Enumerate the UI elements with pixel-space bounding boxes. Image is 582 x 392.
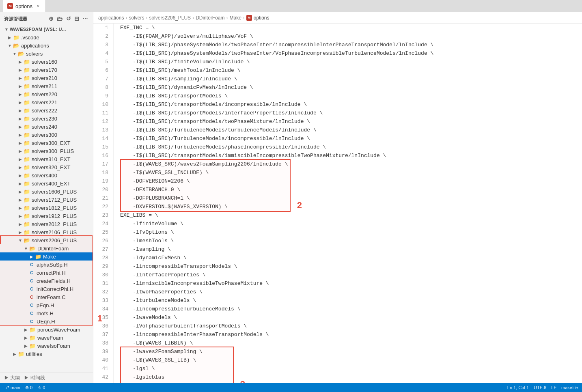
code-line-41: -L$(WAVES_GSL_LIB) \ bbox=[120, 356, 576, 364]
tab-close-button[interactable]: × bbox=[35, 3, 41, 9]
sidebar-item-rhofs[interactable]: C rhofs.H bbox=[0, 309, 93, 317]
line-number-19: 19 bbox=[100, 177, 108, 185]
sidebar-item-vscode[interactable]: ▶ 📁 .vscode bbox=[0, 33, 93, 41]
line-number-1: 1 bbox=[100, 24, 108, 32]
code-line-10: -I$(LIB_SRC)/transportModels/incompressi… bbox=[120, 100, 576, 109]
sidebar-item-solvers220[interactable]: ▶📁solvers220 bbox=[0, 90, 93, 98]
outline-button[interactable]: ▶ 大纲 bbox=[4, 375, 20, 381]
code-line-25: -lfiniteVolume \ bbox=[120, 220, 576, 228]
code-line-14: -I$(LIB_SRC)/TurbulenceModels/incompress… bbox=[120, 134, 576, 143]
sidebar-item-pEqn[interactable]: C pEqn.H bbox=[0, 301, 93, 309]
sidebar-item-interFoam[interactable]: C interFoam.C bbox=[0, 293, 93, 301]
code-line-15: -I$(LIB_SRC)/TurbulenceModels/phaseIncom… bbox=[120, 143, 576, 151]
code-line-21: -DOFPLUSBRANCH=1 \ bbox=[120, 194, 576, 202]
sidebar-header-icons: ⊕ 🗁 ↺ ⊟ ··· bbox=[48, 15, 89, 23]
code-line-20: -DEXTBRANCH=0 \ bbox=[120, 185, 576, 194]
sidebar-item-createFields[interactable]: C createFields.H bbox=[0, 277, 93, 285]
code-line-33: -ltwoPhaseProperties \ bbox=[120, 288, 576, 296]
more-icon[interactable]: ··· bbox=[82, 15, 89, 23]
code-line-2: -I$(FOAM_APP)/solvers/multiphase/VoF \ bbox=[120, 32, 576, 41]
line-number-27: 27 bbox=[100, 245, 108, 254]
statusbar-encoding[interactable]: UTF-8 bbox=[534, 385, 546, 390]
statusbar-branch[interactable]: ⎇ main bbox=[4, 385, 20, 390]
line-number-37: 37 bbox=[100, 330, 108, 339]
tab-options[interactable]: M options × bbox=[3, 0, 46, 12]
sidebar-item-solvers1812plus[interactable]: ▶📁solvers1812_PLUS bbox=[0, 204, 93, 212]
breadcrumb-Make[interactable]: Make bbox=[229, 15, 241, 21]
breadcrumb-solvers[interactable]: solvers bbox=[129, 15, 144, 21]
sidebar-item-correctPhi[interactable]: C correctPhi.H bbox=[0, 269, 93, 277]
sidebar-item-solvers1712plus[interactable]: ▶📁solvers1712_PLUS bbox=[0, 196, 93, 204]
sidebar-item-solvers320ext[interactable]: ▶📁solvers320_EXT bbox=[0, 163, 93, 171]
new-file-icon[interactable]: ⊕ bbox=[48, 15, 55, 23]
sidebar-item-utilities[interactable]: ▶📁utilities bbox=[0, 350, 93, 358]
sidebar-item-solvers400[interactable]: ▶📁solvers400 bbox=[0, 171, 93, 179]
sidebar-item-solvers210[interactable]: ▶📁solvers210 bbox=[0, 74, 93, 82]
sidebar-item-solvers300[interactable]: ▶📁solvers300 bbox=[0, 131, 93, 139]
sidebar-item-solvers400ext[interactable]: ▶📁solvers400_EXT bbox=[0, 179, 93, 187]
sidebar-item-alphaSuSp[interactable]: C alphaSuSp.H bbox=[0, 261, 93, 269]
sidebar-item-waveFoam[interactable]: ▶📁waveFoam bbox=[0, 334, 93, 342]
line-number-4: 4 bbox=[100, 49, 108, 58]
line-number-23: 23 bbox=[100, 211, 108, 220]
line-number-29: 29 bbox=[100, 262, 108, 271]
breadcrumb-file-icon: M bbox=[246, 15, 252, 21]
sidebar-item-solvers2012plus[interactable]: ▶📁solvers2012_PLUS bbox=[0, 220, 93, 228]
sidebar-item-solvers222[interactable]: ▶📁solvers222 bbox=[0, 106, 93, 114]
new-folder-icon[interactable]: 🗁 bbox=[56, 15, 64, 23]
line-numbers: 1234567891011121314151617181920212223242… bbox=[93, 24, 114, 383]
breadcrumb: applications › solvers › solvers2206_PLU… bbox=[93, 12, 582, 24]
statusbar-lineending[interactable]: LF bbox=[551, 385, 556, 390]
workspace-label[interactable]: ▼ WAVES2FOAM [WSL: U... bbox=[0, 25, 93, 33]
editor-area: applications › solvers › solvers2206_PLU… bbox=[93, 12, 582, 383]
sidebar-item-solvers300ext[interactable]: ▶📁solvers300_EXT bbox=[0, 139, 93, 147]
line-number-17: 17 bbox=[100, 160, 108, 168]
breadcrumb-solvers2206[interactable]: solvers2206_PLUS bbox=[149, 15, 191, 21]
breadcrumb-applications[interactable]: applications bbox=[98, 15, 124, 21]
collapse-all-icon[interactable]: ⊟ bbox=[73, 15, 80, 23]
sidebar-item-solvers[interactable]: ▼ 📂 solvers bbox=[0, 50, 93, 58]
code-line-11: -I$(LIB_SRC)/transportModels/interfacePr… bbox=[120, 109, 576, 117]
code-line-16: -I$(LIB_SRC)/transportModels/immiscibleI… bbox=[120, 151, 576, 160]
sidebar-item-solvers211[interactable]: ▶📁solvers211 bbox=[0, 82, 93, 90]
code-content[interactable]: EXE_INC = \ -I$(FOAM_APP)/solvers/multip… bbox=[114, 24, 582, 383]
sidebar-item-solvers2106plus[interactable]: ▶📁solvers2106_PLUS bbox=[0, 228, 93, 236]
code-editor[interactable]: 1234567891011121314151617181920212223242… bbox=[93, 24, 582, 383]
sidebar-item-solvers240[interactable]: ▶📁solvers240 bbox=[0, 123, 93, 131]
sidebar-item-solvers2206plus[interactable]: ▼📂solvers2206_PLUS bbox=[0, 236, 93, 244]
code-line-18: -I$(WAVES_GSL_INCLUDE) \ bbox=[120, 168, 576, 177]
line-number-14: 14 bbox=[100, 134, 108, 143]
sidebar-item-DDinterFoam[interactable]: ▼📂DDinterFoam bbox=[0, 244, 93, 252]
sidebar-item-solvers1912plus[interactable]: ▶📁solvers1912_PLUS bbox=[0, 212, 93, 220]
statusbar-warnings[interactable]: ⚠ 0 bbox=[37, 385, 45, 390]
statusbar-language[interactable]: makefile bbox=[561, 385, 578, 390]
sidebar-item-applications[interactable]: ▼ 📂 applications bbox=[0, 41, 93, 50]
line-number-13: 13 bbox=[100, 126, 108, 134]
sidebar-item-solvers160[interactable]: ▶📁solvers160 bbox=[0, 58, 93, 66]
sidebar-item-solvers300plus[interactable]: ▶📁solvers300_PLUS bbox=[0, 147, 93, 155]
sidebar-item-solvers170[interactable]: ▶📁solvers170 bbox=[0, 66, 93, 74]
code-line-24: EXE_LIBS = \ bbox=[120, 211, 576, 220]
code-line-36: -lwaveModels \ bbox=[120, 313, 576, 322]
code-line-19: -DOFVERSION=2206 \ bbox=[120, 177, 576, 185]
sidebar-item-UEqn[interactable]: C UEqn.H bbox=[0, 317, 93, 325]
sidebar-item-solvers310ext[interactable]: ▶📁solvers310_EXT bbox=[0, 155, 93, 163]
sidebar-item-initCorrectPhi[interactable]: C initCorrectPhi.H bbox=[0, 285, 93, 293]
sidebar-item-porousWaveFoam[interactable]: ▶📁porousWaveFoam bbox=[0, 325, 93, 334]
line-number-28: 28 bbox=[100, 254, 108, 262]
sidebar-item-solvers1606plus[interactable]: ▶📁solvers1606_PLUS bbox=[0, 187, 93, 196]
breadcrumb-DDinterFoam[interactable]: DDinterFoam bbox=[196, 15, 224, 21]
line-number-26: 26 bbox=[100, 237, 108, 245]
statusbar-errors[interactable]: ⊗ 0 bbox=[25, 385, 32, 390]
line-number-39: 39 bbox=[100, 347, 108, 356]
sidebar-item-waveIsoFoam[interactable]: ▶📁waveIsoFoam bbox=[0, 342, 93, 350]
statusbar-linecol[interactable]: Ln 1, Col 1 bbox=[507, 385, 529, 390]
code-line-3: -I$(LIB_SRC)/phaseSystemModels/twoPhaseI… bbox=[120, 41, 576, 49]
sidebar-item-Make[interactable]: ▶📁Make bbox=[0, 252, 93, 261]
timeline-button[interactable]: ▶ 时间线 bbox=[24, 375, 45, 381]
sidebar-item-solvers230[interactable]: ▶📁solvers230 bbox=[0, 114, 93, 123]
sidebar-item-solvers221[interactable]: ▶📁solvers221 bbox=[0, 98, 93, 106]
refresh-icon[interactable]: ↺ bbox=[65, 15, 72, 23]
code-line-38: -lincompressibleInterPhaseTransportModel… bbox=[120, 330, 576, 339]
code-line-28: -lsampling \ bbox=[120, 245, 576, 254]
